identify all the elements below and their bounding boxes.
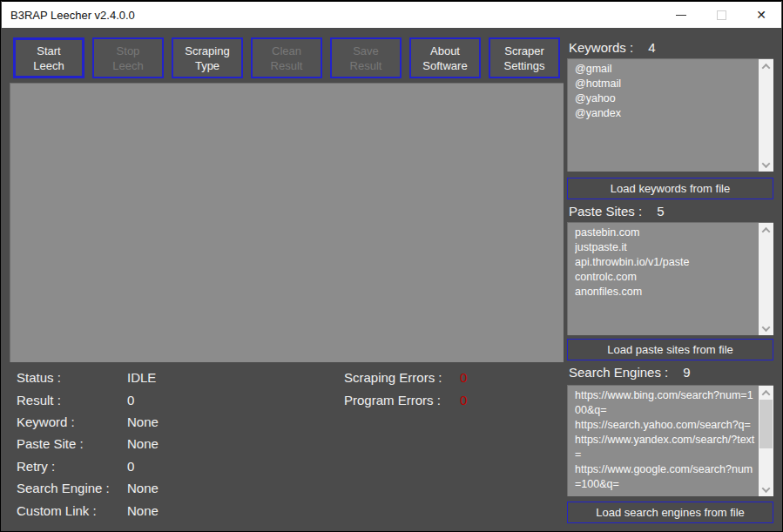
paste-site-label: Paste Site : [17, 436, 84, 451]
close-icon: ✕ [756, 9, 766, 21]
scroll-down-icon[interactable] [759, 321, 773, 335]
keywords-count: 4 [648, 40, 655, 55]
paste-site-row: Paste Site : None [17, 436, 278, 454]
load-search-engines-button[interactable]: Load search engines from file [567, 502, 773, 523]
custom-link-label: Custom Link : [17, 503, 97, 518]
load-paste-sites-button[interactable]: Load paste sites from file [567, 339, 773, 360]
paste-site-item[interactable]: justpaste.it [575, 240, 759, 255]
keywords-listbox[interactable]: @gmail @hotmail @yahoo @yandex [567, 58, 773, 172]
scroll-up-icon[interactable] [759, 59, 773, 73]
result-label: Result : [17, 393, 61, 407]
app-window: B3RAP Leecher v2.4.0.0 ✕ Start Leech Sto… [0, 0, 783, 532]
search-engine-label: Search Engine : [17, 481, 110, 495]
scroll-up-icon[interactable] [759, 223, 773, 237]
status-label: Status : [17, 370, 61, 385]
load-keywords-button[interactable]: Load keywords from file [567, 178, 773, 199]
search-engines-scrollbar[interactable] [759, 386, 773, 496]
paste-sites-scrollbar[interactable] [759, 223, 773, 335]
paste-sites-count: 5 [657, 204, 664, 219]
program-errors-row: Program Errors : 0 [344, 393, 562, 410]
paste-site-item[interactable]: anonfiles.com [575, 285, 759, 300]
program-errors-label: Program Errors : [344, 393, 441, 407]
retry-label: Retry : [17, 459, 55, 474]
status-value: IDLE [127, 370, 156, 385]
search-engine-item[interactable]: https://www.google.com/search?num=100&q= [575, 462, 759, 492]
paste-site-item[interactable]: pastebin.com [575, 226, 759, 240]
search-engine-row: Search Engine : None [17, 481, 278, 498]
window-title: B3RAP Leecher v2.4.0.0 [2, 9, 135, 22]
keywords-scrollbar[interactable] [759, 59, 773, 172]
keyword-item[interactable]: @yandex [575, 106, 759, 121]
keyword-item[interactable]: @yahoo [575, 91, 759, 106]
keyword-row: Keyword : None [17, 414, 278, 432]
keyword-item[interactable]: @hotmail [575, 77, 759, 91]
scrollbar-thumb[interactable] [759, 400, 773, 448]
minimize-button[interactable] [661, 2, 701, 28]
custom-link-value: None [127, 503, 159, 518]
paste-sites-header: Paste Sites : 5 [569, 204, 665, 219]
scraping-type-button[interactable]: Scraping Type [172, 37, 243, 78]
search-engines-count: 9 [683, 365, 690, 380]
keyword-label: Keyword : [17, 414, 75, 429]
keyword-value: None [127, 414, 159, 429]
scroll-down-icon[interactable] [759, 158, 773, 172]
scraping-errors-value: 0 [460, 370, 467, 385]
close-button[interactable]: ✕ [741, 2, 781, 28]
scroll-up-icon[interactable] [759, 386, 773, 400]
output-textarea[interactable] [10, 83, 564, 362]
search-engine-item[interactable]: https://www.bing.com/search?num=100&q= [575, 388, 759, 418]
paste-sites-label: Paste Sites : [569, 204, 642, 219]
result-row: Result : 0 [17, 393, 278, 410]
keywords-label: Keywords : [569, 40, 633, 55]
paste-sites-listbox[interactable]: pastebin.com justpaste.it api.throwbin.i… [567, 222, 773, 335]
start-leech-button[interactable]: Start Leech [13, 37, 84, 78]
search-engine-item[interactable]: https://www.yandex.com/search/?text= [575, 433, 759, 462]
retry-row: Retry : 0 [17, 459, 278, 476]
custom-link-row: Custom Link : None [17, 503, 278, 521]
search-engines-label: Search Engines : [569, 365, 668, 380]
maximize-icon [717, 10, 726, 20]
titlebar[interactable]: B3RAP Leecher v2.4.0.0 ✕ [2, 1, 781, 28]
scraping-errors-row: Scraping Errors : 0 [344, 370, 562, 387]
clean-result-button[interactable]: Clean Result [251, 37, 322, 78]
program-errors-value: 0 [460, 393, 467, 407]
minimize-icon [676, 15, 686, 16]
search-engines-listbox[interactable]: https://www.bing.com/search?num=100&q= h… [567, 385, 773, 496]
stop-leech-button[interactable]: Stop Leech [92, 37, 164, 78]
scroll-down-icon[interactable] [759, 482, 773, 496]
scraper-settings-button[interactable]: Scraper Settings [489, 37, 560, 78]
scraping-errors-label: Scraping Errors : [344, 370, 442, 385]
result-value: 0 [127, 393, 134, 407]
search-engines-header: Search Engines : 9 [569, 365, 691, 380]
keyword-item[interactable]: @gmail [575, 62, 759, 77]
retry-value: 0 [127, 459, 134, 474]
status-row: Status : IDLE [17, 370, 278, 387]
about-software-button[interactable]: About Software [409, 37, 481, 78]
paste-site-value: None [127, 436, 159, 451]
paste-site-item[interactable]: api.throwbin.io/v1/paste [575, 255, 759, 270]
search-engine-value: None [127, 481, 159, 495]
maximize-button[interactable] [701, 2, 741, 28]
save-result-button[interactable]: Save Result [330, 37, 402, 78]
keywords-header: Keywords : 4 [569, 40, 656, 55]
search-engine-item[interactable]: https://search.yahoo.com/search?q= [575, 418, 759, 433]
window-controls: ✕ [661, 2, 781, 28]
paste-site-item[interactable]: controlc.com [575, 270, 759, 285]
